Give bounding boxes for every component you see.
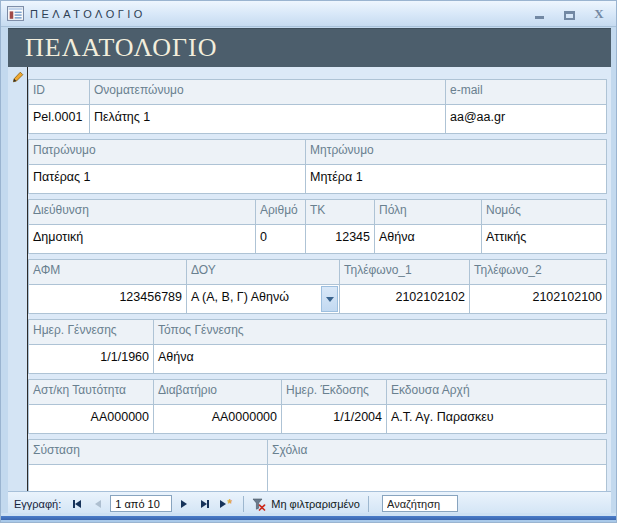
- phone2-label: Τηλέφωνο_2: [469, 260, 606, 285]
- values-row: Pel.0001 Πελάτης 1 aa@aa.gr: [29, 105, 606, 133]
- address-value[interactable]: Δημοτική: [29, 225, 255, 253]
- postal-code-label: ΤΚ: [305, 200, 374, 225]
- window-titlebar: ΠΕΛΑΤΟΛΟΓΙΟ X: [1, 1, 616, 27]
- minimize-icon[interactable]: [532, 7, 546, 21]
- filter-funnel-crossed-icon: [252, 497, 266, 511]
- window-bottom-frame: [1, 513, 616, 522]
- email-label: e-mail: [445, 80, 606, 105]
- father-name-value[interactable]: Πατέρας 1: [29, 165, 305, 193]
- postal-code-value[interactable]: 12345: [305, 225, 374, 253]
- values-row: Δημοτική 0 12345 Αθήνα Αττικής: [29, 225, 606, 253]
- values-row: [29, 465, 606, 491]
- labels-row: Διεύθυνση Αριθμό ΤΚ Πόλη Νομός: [29, 200, 606, 225]
- access-form-icon: [7, 6, 24, 21]
- full-name-value[interactable]: Πελάτης 1: [89, 105, 445, 133]
- maximize-icon[interactable]: [562, 7, 576, 21]
- prefecture-value[interactable]: Αττικής: [481, 225, 606, 253]
- field-group: Σύσταση Σχόλια: [28, 439, 607, 491]
- values-row: 1/1/1960 Αθήνα: [29, 345, 606, 373]
- birth-date-label: Ημερ. Γέννεσης: [29, 320, 153, 345]
- last-record-icon[interactable]: [196, 495, 214, 512]
- field-canvas: ID Ονοματεπώνυμο e-mail Pel.0001 Πελάτης…: [28, 67, 611, 491]
- field-group: Αστ/κη Ταυτότητα Διαβατήριο Ημερ. Έκδοση…: [28, 379, 607, 434]
- id-value[interactable]: Pel.0001: [29, 105, 89, 133]
- issue-date-label: Ημερ. Έκδοσης: [281, 380, 386, 405]
- filter-status-button[interactable]: Μη φιλτραρισμένο: [252, 497, 360, 511]
- recommendation-value[interactable]: [29, 465, 267, 491]
- values-row: 123456789 Α (Α, Β, Γ) Αθηνώ 2102102102 2…: [29, 285, 606, 313]
- window-controls: X: [532, 7, 606, 21]
- prefecture-label: Νομός: [481, 200, 606, 225]
- issue-date-value[interactable]: 1/1/2004: [281, 405, 386, 433]
- field-group: Διεύθυνση Αριθμό ΤΚ Πόλη Νομός Δημοτική …: [28, 199, 607, 254]
- navbar-separator: [368, 496, 369, 512]
- phone1-label: Τηλέφωνο_1: [339, 260, 469, 285]
- labels-row: Αστ/κη Ταυτότητα Διαβατήριο Ημερ. Έκδοση…: [29, 380, 606, 405]
- form-body: ID Ονοματεπώνυμο e-mail Pel.0001 Πελάτης…: [8, 67, 611, 491]
- full-name-label: Ονοματεπώνυμο: [89, 80, 445, 105]
- previous-record-icon[interactable]: [89, 495, 107, 512]
- field-group: ID Ονοματεπώνυμο e-mail Pel.0001 Πελάτης…: [28, 79, 607, 134]
- afm-value[interactable]: 123456789: [29, 285, 186, 313]
- city-value[interactable]: Αθήνα: [374, 225, 481, 253]
- form-header: ΠΕΛΑΤΟΛΟΓΙΟ: [8, 28, 611, 67]
- field-group: Ημερ. Γέννεσης Τόπος Γέννεσης 1/1/1960 Α…: [28, 319, 607, 374]
- doy-label: ΔΟΥ: [186, 260, 339, 285]
- pencil-edit-icon: [12, 71, 24, 83]
- record-navigation-bar: Εγγραφή: * Μη φιλτραρισμένο: [8, 491, 611, 515]
- chevron-down-icon[interactable]: [321, 286, 338, 312]
- street-number-value[interactable]: 0: [255, 225, 305, 253]
- identity-card-value[interactable]: ΑΑ000000: [29, 405, 153, 433]
- mother-name-label: Μητρώνυμο: [305, 140, 606, 165]
- comments-value[interactable]: [267, 465, 606, 491]
- identity-card-label: Αστ/κη Ταυτότητα: [29, 380, 153, 405]
- recommendation-label: Σύσταση: [29, 440, 267, 465]
- form-title: ΠΕΛΑΤΟΛΟΓΙΟ: [8, 33, 217, 63]
- labels-row: Σύσταση Σχόλια: [29, 440, 606, 465]
- mother-name-value[interactable]: Μητέρα 1: [305, 165, 606, 193]
- values-row: Πατέρας 1 Μητέρα 1: [29, 165, 606, 193]
- field-group: Πατρώνυμο Μητρώνυμο Πατέρας 1 Μητέρα 1: [28, 139, 607, 194]
- window-title: ΠΕΛΑΤΟΛΟΓΙΟ: [30, 8, 146, 20]
- navbar-separator: [243, 496, 244, 512]
- filter-status-label: Μη φιλτραρισμένο: [271, 498, 360, 510]
- access-form-window: ΠΕΛΑΤΟΛΟΓΙΟ X ΠΕΛΑΤΟΛΟΓΙΟ: [0, 0, 617, 523]
- email-value[interactable]: aa@aa.gr: [445, 105, 606, 133]
- first-record-icon[interactable]: [68, 495, 86, 512]
- next-record-icon[interactable]: [175, 495, 193, 512]
- doy-combobox[interactable]: Α (Α, Β, Γ) Αθηνώ: [186, 285, 339, 313]
- phone1-value[interactable]: 2102102102: [339, 285, 469, 313]
- issuing-authority-value[interactable]: Α.Τ. Αγ. Παρασκευ: [386, 405, 606, 433]
- passport-value[interactable]: ΑΑ0000000: [153, 405, 281, 433]
- city-label: Πόλη: [374, 200, 481, 225]
- field-group: ΑΦΜ ΔΟΥ Τηλέφωνο_1 Τηλέφωνο_2 123456789 …: [28, 259, 607, 314]
- id-label: ID: [29, 80, 89, 105]
- labels-row: Ημερ. Γέννεσης Τόπος Γέννεσης: [29, 320, 606, 345]
- passport-label: Διαβατήριο: [153, 380, 281, 405]
- search-input[interactable]: [382, 495, 458, 512]
- birth-date-value[interactable]: 1/1/1960: [29, 345, 153, 373]
- street-number-label: Αριθμό: [255, 200, 305, 225]
- record-nav-label: Εγγραφή:: [14, 498, 61, 510]
- record-position-box[interactable]: [110, 495, 172, 512]
- values-row: ΑΑ000000 ΑΑ0000000 1/1/2004 Α.Τ. Αγ. Παρ…: [29, 405, 606, 433]
- afm-label: ΑΦΜ: [29, 260, 186, 285]
- new-record-icon[interactable]: *: [217, 495, 235, 512]
- phone2-value[interactable]: 2102102100: [469, 285, 606, 313]
- birth-place-value[interactable]: Αθήνα: [153, 345, 606, 373]
- close-icon[interactable]: X: [592, 7, 606, 21]
- doy-value: Α (Α, Β, Γ) Αθηνώ: [191, 290, 289, 304]
- address-label: Διεύθυνση: [29, 200, 255, 225]
- labels-row: Πατρώνυμο Μητρώνυμο: [29, 140, 606, 165]
- comments-label: Σχόλια: [267, 440, 606, 465]
- father-name-label: Πατρώνυμο: [29, 140, 305, 165]
- issuing-authority-label: Εκδουσα Αρχή: [386, 380, 606, 405]
- labels-row: ID Ονοματεπώνυμο e-mail: [29, 80, 606, 105]
- birth-place-label: Τόπος Γέννεσης: [153, 320, 606, 345]
- record-selector-bar[interactable]: [8, 67, 28, 491]
- labels-row: ΑΦΜ ΔΟΥ Τηλέφωνο_1 Τηλέφωνο_2: [29, 260, 606, 285]
- form-area: ΠΕΛΑΤΟΛΟΓΙΟ ID Ονοματεπώνυμο e-mail: [8, 28, 611, 515]
